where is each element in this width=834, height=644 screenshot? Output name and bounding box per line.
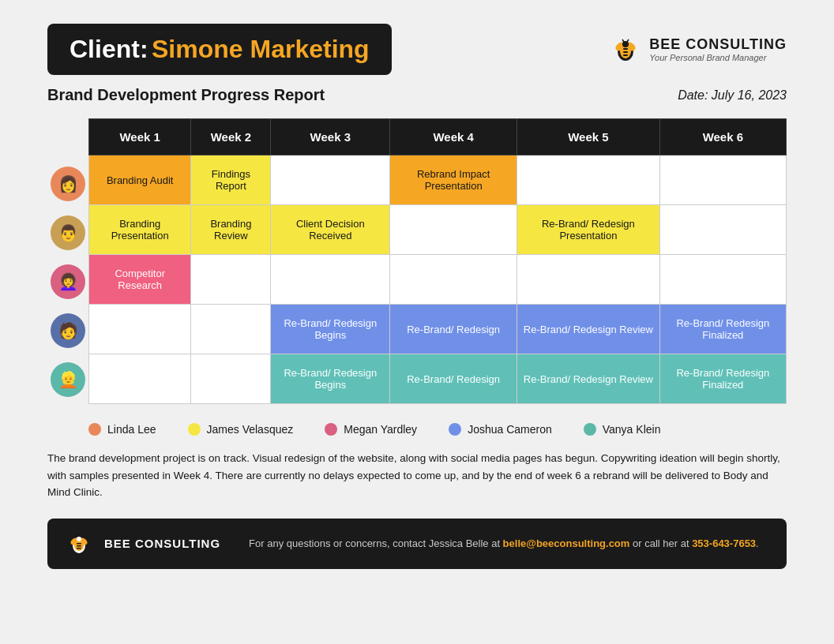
legend-dot — [449, 423, 461, 436]
table-cell: Re-Brand/ Redesign Finalized — [659, 354, 786, 404]
svg-rect-16 — [77, 548, 81, 549]
week-header: Week 2 — [191, 119, 271, 155]
legend: Linda LeeJames VelasquezMegan YardleyJos… — [88, 423, 787, 436]
legend-dot — [584, 423, 596, 436]
week-header: Week 6 — [659, 119, 786, 155]
legend-label: Joshua Cameron — [468, 423, 552, 436]
legend-dot — [188, 423, 201, 436]
week-header: Week 3 — [271, 119, 390, 155]
table-cell: Findings Report — [191, 155, 271, 205]
avatar-4: 🧑 — [51, 313, 85, 348]
table-cell: Re-Brand/ Redesign Begins — [271, 305, 390, 354]
table-cell — [89, 305, 191, 354]
table-cell — [517, 155, 660, 205]
table-cell — [271, 255, 390, 305]
table-cell: Re-Brand/ Redesign Review — [517, 354, 660, 404]
svg-rect-14 — [77, 543, 81, 545]
company-name: BEE CONSULTING — [649, 36, 787, 53]
client-label: Client: — [70, 35, 148, 63]
table-cell — [271, 155, 390, 205]
avatar-5: 👱 — [51, 362, 85, 397]
footer-email[interactable]: belle@beeconsulting.com — [503, 537, 630, 549]
footer-phone: 353-643-7653 — [692, 537, 756, 549]
footer: BEE CONSULTING For any questions or conc… — [47, 519, 787, 569]
table-cell: Re-Brand/ Redesign — [390, 305, 517, 354]
header: Client: Simone Marketing BEE CONSULTING … — [47, 24, 787, 75]
legend-item: James Velasquez — [188, 423, 294, 436]
legend-item: Joshua Cameron — [449, 423, 552, 436]
table-cell — [659, 155, 786, 205]
table-row: Competitor Research — [89, 255, 787, 305]
report-date: Date: July 16, 2023 — [678, 88, 787, 103]
table-cell: Re-Brand/ Redesign Begins — [271, 354, 390, 404]
client-title-box: Client: Simone Marketing — [47, 24, 392, 75]
table-cell: Branding Presentation — [89, 205, 191, 255]
avatar-1: 👩 — [51, 167, 85, 201]
avatar-2: 👨 — [51, 215, 85, 250]
legend-label: James Velasquez — [207, 423, 294, 436]
svg-point-7 — [622, 41, 629, 47]
footer-bee-icon — [66, 531, 92, 556]
table-cell — [517, 255, 660, 305]
avatar-cell: 👨 — [47, 208, 88, 257]
table-cell: Re-Brand/ Redesign Presentation — [517, 205, 660, 255]
legend-dot — [325, 423, 337, 436]
table-row: Re-Brand/ Redesign BeginsRe-Brand/ Redes… — [89, 354, 787, 404]
table-cell — [191, 305, 271, 354]
svg-line-9 — [627, 39, 629, 42]
table-cell: Re-Brand/ Redesign Finalized — [659, 305, 786, 354]
footer-company-name: BEE CONSULTING — [104, 537, 220, 550]
table-cell — [659, 255, 786, 305]
page: Client: Simone Marketing BEE CONSULTING … — [0, 0, 834, 644]
table-cell: Client Decision Received — [271, 205, 390, 255]
table-cell — [659, 205, 786, 255]
table-cell: Re-Brand/ Redesign — [390, 354, 517, 404]
avatars-column: 👩👨👩‍🦱🧑👱 — [47, 118, 88, 404]
legend-label: Linda Lee — [107, 423, 156, 436]
report-title: Brand Development Progress Report — [47, 86, 325, 104]
table-cell: Re-Brand/ Redesign Review — [517, 305, 660, 354]
avatar-cell: 👱 — [47, 355, 88, 404]
table-cell — [89, 354, 191, 404]
client-name: Simone Marketing — [152, 35, 370, 63]
subtitle-row: Brand Development Progress Report Date: … — [47, 86, 787, 104]
table-cell — [191, 354, 271, 404]
legend-dot — [88, 423, 101, 436]
table-cell — [390, 255, 517, 305]
legend-item: Megan Yardley — [325, 423, 417, 436]
tagline: Your Personal Brand Manager — [649, 53, 787, 62]
legend-label: Vanya Klein — [603, 423, 661, 436]
svg-line-8 — [622, 39, 624, 42]
week-header: Week 4 — [390, 119, 517, 155]
avatar-cell: 👩‍🦱 — [47, 257, 88, 306]
table-cell: Rebrand Impact Presentation — [390, 155, 517, 205]
logo-text: BEE CONSULTING Your Personal Brand Manag… — [649, 36, 787, 62]
logo-area: BEE CONSULTING Your Personal Brand Manag… — [610, 34, 787, 66]
avatar-3: 👩‍🦱 — [51, 264, 85, 299]
gantt-table: Week 1Week 2Week 3Week 4Week 5Week 6Bran… — [88, 118, 787, 404]
avatar-cell: 👩 — [47, 159, 88, 208]
table-cell: Branding Review — [191, 205, 271, 255]
table-container: 👩👨👩‍🦱🧑👱 Week 1Week 2Week 3Week 4Week 5We… — [47, 118, 787, 404]
table-row: Re-Brand/ Redesign BeginsRe-Brand/ Redes… — [89, 305, 787, 354]
week-header: Week 5 — [517, 119, 660, 155]
svg-point-17 — [77, 537, 81, 541]
footer-contact-text: For any questions or concerns, contact J… — [249, 537, 759, 549]
svg-rect-5 — [623, 51, 628, 53]
table-cell — [191, 255, 271, 305]
table-cell: Competitor Research — [89, 255, 191, 305]
week-header: Week 1 — [89, 119, 191, 155]
bee-logo-icon — [610, 34, 641, 66]
svg-rect-15 — [77, 545, 81, 547]
table-row: Branding AuditFindings ReportRebrand Imp… — [89, 155, 787, 205]
legend-item: Vanya Klein — [584, 423, 661, 436]
table-row: Branding PresentationBranding ReviewClie… — [89, 205, 787, 255]
svg-rect-6 — [623, 54, 628, 56]
svg-rect-4 — [623, 48, 628, 50]
description: The brand development project is on trac… — [47, 450, 787, 501]
table-cell: Branding Audit — [89, 155, 191, 205]
legend-item: Linda Lee — [88, 423, 156, 436]
avatar-cell: 🧑 — [47, 306, 88, 355]
legend-label: Megan Yardley — [344, 423, 417, 436]
table-cell — [390, 205, 517, 255]
